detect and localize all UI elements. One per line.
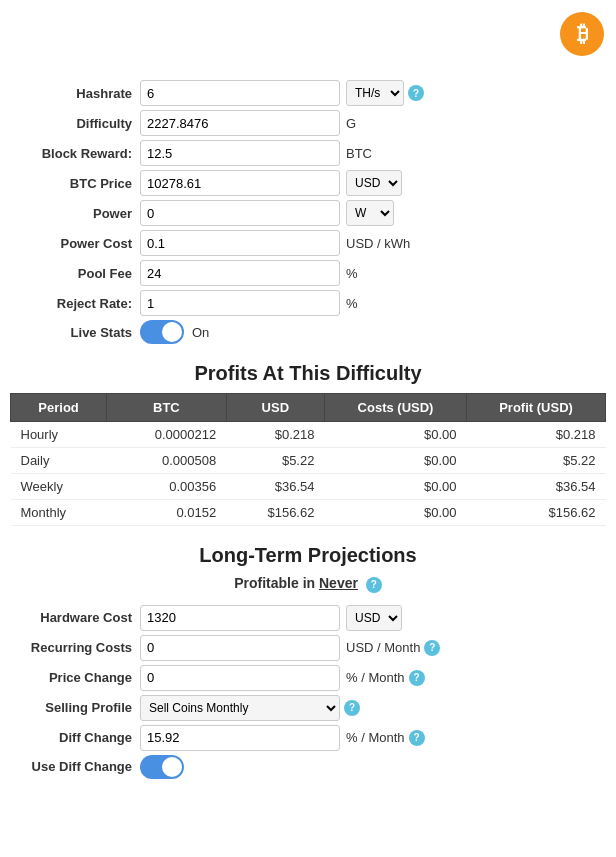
selling-profile-select[interactable]: Sell Coins Monthly Hold Coins Sell Coins…	[140, 695, 340, 721]
cell-period: Hourly	[11, 422, 107, 448]
table-row: Monthly0.0152$156.62$0.00$156.62	[11, 500, 606, 526]
selling-profile-row: Selling Profile Sell Coins Monthly Hold …	[10, 695, 606, 721]
cell-btc: 0.0000212	[107, 422, 227, 448]
table-row: Hourly0.0000212$0.218$0.00$0.218	[11, 422, 606, 448]
cell-usd: $36.54	[226, 474, 324, 500]
live-stats-label: Live Stats	[10, 325, 140, 340]
block-reward-input[interactable]	[140, 140, 340, 166]
cell-btc: 0.00356	[107, 474, 227, 500]
btc-price-input[interactable]	[140, 170, 340, 196]
reject-rate-label: Reject Rate:	[10, 296, 140, 311]
hashrate-input[interactable]	[140, 80, 340, 106]
block-reward-label: Block Reward:	[10, 146, 140, 161]
cell-profit: $156.62	[467, 500, 606, 526]
price-change-unit: % / Month	[346, 670, 405, 685]
cell-usd: $156.62	[226, 500, 324, 526]
hardware-cost-unit-select[interactable]: USD EUR	[346, 605, 402, 631]
toggle-slider	[140, 320, 184, 344]
difficulty-unit: G	[346, 116, 356, 131]
bitcoin-logo: ₿	[560, 12, 604, 56]
profitable-label: Profitable in	[234, 575, 315, 591]
live-stats-toggle-container: On	[140, 320, 209, 344]
profitable-line: Profitable in Never ?	[10, 575, 606, 593]
selling-profile-label: Selling Profile	[10, 700, 140, 715]
hashrate-unit-select[interactable]: TH/s GH/s MH/s	[346, 80, 404, 106]
cell-profit: $5.22	[467, 448, 606, 474]
difficulty-input[interactable]	[140, 110, 340, 136]
btc-price-label: BTC Price	[10, 176, 140, 191]
btc-price-row: BTC Price USD EUR GBP	[10, 170, 606, 196]
profitable-help-icon[interactable]: ?	[366, 577, 382, 593]
diff-change-unit: % / Month	[346, 730, 405, 745]
pool-fee-label: Pool Fee	[10, 266, 140, 281]
cell-period: Monthly	[11, 500, 107, 526]
use-diff-change-row: Use Diff Change	[10, 755, 606, 779]
col-btc: BTC	[107, 394, 227, 422]
live-stats-on-label: On	[192, 325, 209, 340]
cell-profit: $0.218	[467, 422, 606, 448]
cell-costs: $0.00	[324, 500, 466, 526]
col-costs: Costs (USD)	[324, 394, 466, 422]
cell-btc: 0.000508	[107, 448, 227, 474]
difficulty-row: Difficulty G	[10, 110, 606, 136]
pool-fee-unit: %	[346, 266, 358, 281]
hashrate-help-icon[interactable]: ?	[408, 85, 424, 101]
price-change-input[interactable]	[140, 665, 340, 691]
cell-usd: $0.218	[226, 422, 324, 448]
selling-profile-help-icon[interactable]: ?	[344, 700, 360, 716]
price-change-help-icon[interactable]: ?	[409, 670, 425, 686]
col-period: Period	[11, 394, 107, 422]
cell-period: Daily	[11, 448, 107, 474]
hardware-cost-input[interactable]	[140, 605, 340, 631]
recurring-costs-help-icon[interactable]: ?	[424, 640, 440, 656]
diff-change-input[interactable]	[140, 725, 340, 751]
diff-change-label: Diff Change	[10, 730, 140, 745]
hashrate-row: Hashrate TH/s GH/s MH/s ?	[10, 80, 606, 106]
price-change-label: Price Change	[10, 670, 140, 685]
diff-change-help-icon[interactable]: ?	[409, 730, 425, 746]
profits-section: Profits At This Difficulty Period BTC US…	[0, 362, 616, 526]
reject-rate-input[interactable]	[140, 290, 340, 316]
power-label: Power	[10, 206, 140, 221]
use-diff-change-label: Use Diff Change	[10, 759, 140, 774]
diff-change-row: Diff Change % / Month ?	[10, 725, 606, 751]
longterm-section: Long-Term Projections Profitable in Neve…	[0, 544, 616, 779]
difficulty-label: Difficulty	[10, 116, 140, 131]
recurring-costs-label: Recurring Costs	[10, 640, 140, 655]
hashrate-label: Hashrate	[10, 86, 140, 101]
live-stats-toggle[interactable]	[140, 320, 184, 344]
cell-costs: $0.00	[324, 448, 466, 474]
cell-usd: $5.22	[226, 448, 324, 474]
use-diff-toggle[interactable]	[140, 755, 184, 779]
reject-rate-row: Reject Rate: %	[10, 290, 606, 316]
block-reward-row: Block Reward: BTC	[10, 140, 606, 166]
col-usd: USD	[226, 394, 324, 422]
pool-fee-input[interactable]	[140, 260, 340, 286]
cell-btc: 0.0152	[107, 500, 227, 526]
power-cost-unit: USD / kWh	[346, 236, 410, 251]
power-input[interactable]	[140, 200, 340, 226]
btc-price-unit-select[interactable]: USD EUR GBP	[346, 170, 402, 196]
longterm-title: Long-Term Projections	[10, 544, 606, 567]
power-unit-select[interactable]: W kW	[346, 200, 394, 226]
cell-costs: $0.00	[324, 474, 466, 500]
power-cost-row: Power Cost USD / kWh	[10, 230, 606, 256]
cell-costs: $0.00	[324, 422, 466, 448]
use-diff-slider	[140, 755, 184, 779]
profitable-value: Never	[319, 575, 358, 591]
cell-period: Weekly	[11, 474, 107, 500]
reject-rate-unit: %	[346, 296, 358, 311]
table-row: Weekly0.00356$36.54$0.00$36.54	[11, 474, 606, 500]
calculator-form: Hashrate TH/s GH/s MH/s ? Difficulty G B…	[0, 80, 616, 344]
pool-fee-row: Pool Fee %	[10, 260, 606, 286]
recurring-costs-input[interactable]	[140, 635, 340, 661]
cell-profit: $36.54	[467, 474, 606, 500]
hardware-cost-row: Hardware Cost USD EUR	[10, 605, 606, 631]
power-cost-label: Power Cost	[10, 236, 140, 251]
power-row: Power W kW	[10, 200, 606, 226]
table-row: Daily0.000508$5.22$0.00$5.22	[11, 448, 606, 474]
power-cost-input[interactable]	[140, 230, 340, 256]
profits-table: Period BTC USD Costs (USD) Profit (USD) …	[10, 393, 606, 526]
live-stats-row: Live Stats On	[10, 320, 606, 344]
col-profit: Profit (USD)	[467, 394, 606, 422]
